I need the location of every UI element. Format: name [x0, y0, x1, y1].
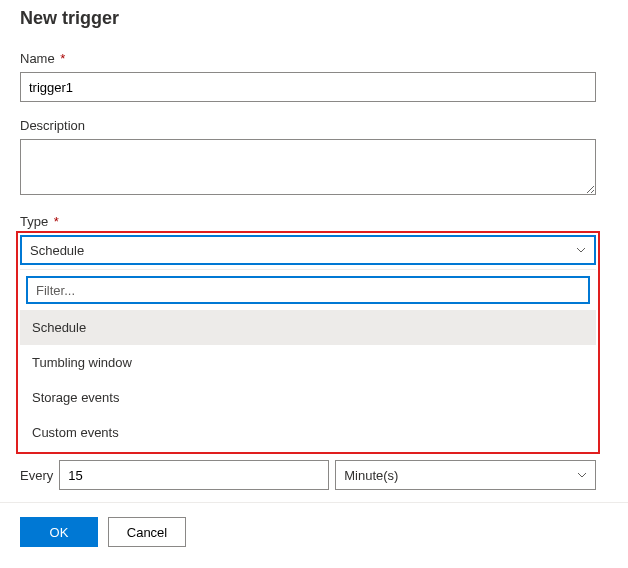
- type-dropdown-list: Schedule Tumbling window Storage events …: [20, 269, 596, 450]
- every-unit-value: Minute(s): [344, 468, 398, 483]
- page-title: New trigger: [20, 8, 596, 29]
- type-option-storage-events[interactable]: Storage events: [20, 380, 596, 415]
- footer: OK Cancel: [0, 502, 628, 561]
- description-textarea[interactable]: [20, 139, 596, 195]
- chevron-down-icon: [577, 470, 587, 480]
- cancel-button[interactable]: Cancel: [108, 517, 186, 547]
- type-dropdown[interactable]: Schedule: [20, 235, 596, 265]
- name-input[interactable]: [20, 72, 596, 102]
- every-unit-select[interactable]: Minute(s): [335, 460, 596, 490]
- name-label-text: Name: [20, 51, 55, 66]
- type-dropdown-highlight: Schedule Schedule Tumbling window Storag…: [16, 231, 600, 454]
- every-input[interactable]: [59, 460, 329, 490]
- required-marker: *: [60, 51, 65, 66]
- description-label: Description: [20, 118, 596, 133]
- every-label: Every: [20, 468, 53, 483]
- name-label: Name *: [20, 51, 596, 66]
- chevron-down-icon: [576, 245, 586, 255]
- type-label: Type *: [20, 214, 596, 229]
- type-filter-input[interactable]: [26, 276, 590, 304]
- ok-button[interactable]: OK: [20, 517, 98, 547]
- type-label-text: Type: [20, 214, 48, 229]
- type-option-tumbling-window[interactable]: Tumbling window: [20, 345, 596, 380]
- required-marker: *: [54, 214, 59, 229]
- type-dropdown-value: Schedule: [30, 243, 84, 258]
- type-option-custom-events[interactable]: Custom events: [20, 415, 596, 450]
- type-option-schedule[interactable]: Schedule: [20, 310, 596, 345]
